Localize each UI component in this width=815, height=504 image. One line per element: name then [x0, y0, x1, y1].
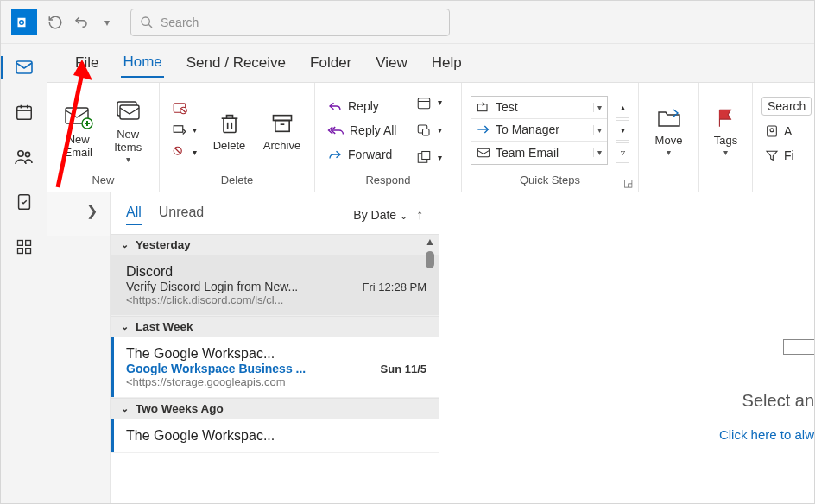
rail-mail[interactable] — [8, 53, 41, 82]
quickstep-team-email[interactable]: Team Email ▾ — [471, 142, 607, 163]
tab-file[interactable]: File — [73, 49, 100, 77]
group-label-move — [648, 172, 690, 190]
sort-direction-button[interactable]: ↑ — [416, 207, 423, 223]
qat-dropdown-icon[interactable]: ▾ — [94, 9, 120, 35]
group-header[interactable]: ⌄ Two Weeks Ago — [111, 398, 439, 419]
chevron-down-icon: ▾ — [126, 154, 130, 165]
new-email-icon — [64, 101, 93, 134]
mail-icon — [14, 57, 35, 78]
delete-button[interactable]: Delete — [205, 105, 253, 154]
message-list-header: All Unread By Date ⌄ ↑ — [111, 192, 439, 234]
reply-all-button[interactable]: Reply All — [324, 122, 400, 139]
address-book-button[interactable]: A — [761, 123, 812, 140]
scrollbar[interactable]: ▲ — [423, 234, 437, 503]
search-box[interactable]: Search — [130, 9, 450, 36]
quickstep-test[interactable]: Test ▾ — [471, 97, 607, 119]
meeting-icon — [415, 95, 433, 110]
more-respond-button[interactable]: ▾ — [412, 148, 445, 167]
quickstep-label: Team Email — [496, 146, 559, 160]
tab-send-receive[interactable]: Send / Receive — [185, 49, 287, 77]
filter-all[interactable]: All — [126, 205, 142, 225]
new-email-label: New Email — [64, 134, 92, 160]
arrow-right-icon — [477, 124, 490, 135]
message-item[interactable]: The Google Workspac... Google Workspace … — [111, 337, 439, 398]
title-bar: ▾ Search — [1, 1, 814, 44]
search-placeholder: Search — [161, 16, 199, 29]
rail-apps[interactable] — [8, 232, 41, 261]
message-from: The Google Workspac... — [126, 346, 426, 362]
new-email-button[interactable]: New Email — [56, 99, 101, 161]
message-preview: <https://storage.googleapis.com — [126, 375, 426, 388]
group-label-quicksteps: Quick Steps — [471, 172, 629, 190]
group-header[interactable]: ⌄ Last Week — [111, 316, 439, 337]
delete-label: Delete — [213, 140, 246, 153]
reply-button[interactable]: Reply — [324, 98, 400, 115]
group-label: Yesterday — [136, 238, 191, 251]
cleanup-icon — [172, 123, 187, 138]
message-subject: Verify Discord Login from New... — [126, 280, 298, 293]
new-items-label: New Items — [114, 129, 142, 154]
gallery-more-button[interactable]: ▿ — [616, 142, 629, 163]
ribbon-group-move: Move ▾ — [639, 83, 699, 192]
meeting-button[interactable]: ▾ — [412, 93, 445, 112]
group-header[interactable]: ⌄ Yesterday — [111, 234, 439, 255]
address-book-label: A — [784, 124, 792, 138]
filter-email-button[interactable]: Fi — [761, 147, 812, 164]
svg-rect-13 — [17, 241, 22, 246]
rail-todo[interactable] — [8, 187, 41, 217]
rail-calendar[interactable] — [8, 98, 41, 127]
message-preview: <https://click.discord.com/ls/cl... — [126, 293, 426, 306]
share-teams-button[interactable]: ▾ — [412, 121, 445, 140]
archive-button[interactable]: Archive — [258, 105, 306, 154]
move-folder-icon — [656, 102, 682, 135]
im-icon — [415, 123, 433, 138]
chevron-down-icon[interactable]: ▾ — [593, 103, 602, 112]
reading-always-preview-link[interactable]: Click here to alw — [719, 427, 814, 442]
forward-button[interactable]: Forward — [324, 146, 400, 163]
gallery-down-button[interactable]: ▾ — [616, 120, 629, 141]
find-search-input[interactable]: Search — [761, 97, 812, 116]
chevron-down-icon[interactable]: ▾ — [593, 125, 602, 135]
move-button[interactable]: Move ▾ — [648, 100, 690, 159]
tab-folder[interactable]: Folder — [308, 49, 353, 77]
message-subject: Google Workspace Business ... — [126, 362, 306, 375]
quickstep-to-manager[interactable]: To Manager ▾ — [471, 119, 607, 142]
svg-line-28 — [175, 148, 180, 153]
message-item[interactable]: The Google Workspac... — [111, 419, 439, 453]
dialog-launcher-icon[interactable]: ◲ — [623, 177, 633, 189]
message-from: The Google Workspac... — [126, 428, 426, 444]
tags-button[interactable]: Tags ▾ — [708, 100, 743, 159]
outlook-logo-icon — [11, 9, 37, 35]
chevron-right-icon: ❯ — [86, 203, 98, 219]
move-to-icon — [477, 101, 490, 113]
tab-home[interactable]: Home — [121, 48, 163, 78]
ribbon-group-delete: ▾ ▾ Delete Archive Delete — [160, 83, 315, 192]
svg-point-2 — [21, 21, 23, 23]
quickstep-label: To Manager — [496, 123, 559, 136]
chevron-down-icon[interactable]: ▾ — [593, 148, 602, 157]
sort-by-date[interactable]: By Date ⌄ — [353, 208, 408, 222]
scroll-thumb[interactable] — [426, 251, 434, 268]
ribbon-group-new: New Email New Items ▾ New — [47, 83, 160, 192]
undo-icon[interactable] — [68, 9, 94, 35]
filter-unread[interactable]: Unread — [159, 205, 204, 225]
message-date: Sun 11/5 — [381, 362, 426, 375]
reply-all-label: Reply All — [350, 123, 396, 137]
archive-icon — [270, 107, 294, 140]
refresh-icon[interactable] — [42, 9, 68, 35]
tab-view[interactable]: View — [374, 49, 409, 77]
folder-pane-collapsed[interactable]: ❯ — [47, 192, 110, 236]
svg-rect-42 — [477, 148, 489, 156]
group-label-tags — [708, 172, 743, 190]
svg-rect-31 — [273, 116, 291, 121]
rail-people[interactable] — [8, 142, 41, 172]
message-item[interactable]: Discord Verify Discord Login from New...… — [111, 255, 439, 316]
cleanup-button[interactable]: ▾ — [168, 121, 200, 140]
new-items-button[interactable]: New Items ▾ — [106, 94, 151, 166]
junk-button[interactable]: ▾ — [168, 143, 200, 162]
ignore-button[interactable] — [168, 98, 200, 117]
tab-help[interactable]: Help — [430, 49, 464, 77]
scroll-up-icon[interactable]: ▲ — [425, 236, 435, 248]
group-label-respond: Respond — [324, 172, 452, 190]
gallery-up-button[interactable]: ▴ — [616, 98, 629, 118]
